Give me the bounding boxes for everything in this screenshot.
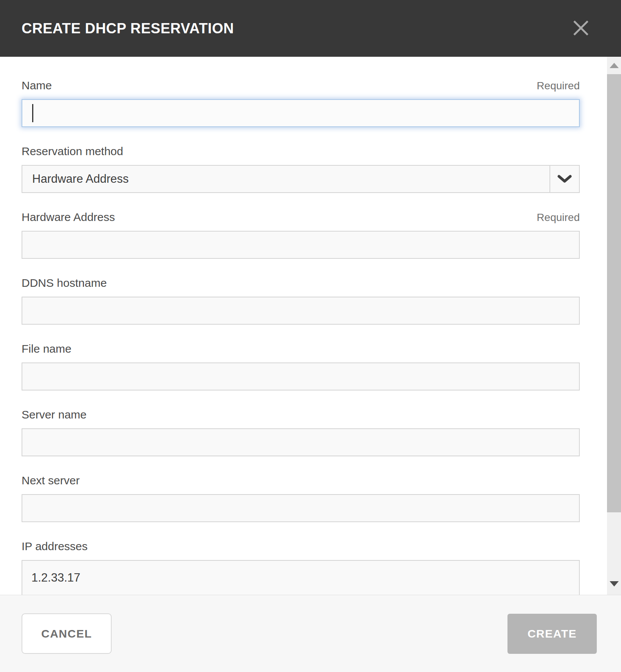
next-server-label: Next server bbox=[22, 473, 79, 488]
close-button[interactable] bbox=[570, 18, 591, 39]
reservation-method-select[interactable]: Hardware Address bbox=[22, 165, 580, 193]
hardware-address-label: Hardware Address bbox=[22, 210, 115, 225]
chevron-down-icon[interactable] bbox=[549, 166, 579, 192]
field-hardware-address: Hardware Address Required bbox=[22, 210, 580, 259]
vertical-scrollbar[interactable] bbox=[607, 57, 621, 595]
dialog-footer: CANCEL CREATE bbox=[0, 595, 621, 672]
file-name-label: File name bbox=[22, 341, 72, 356]
next-server-input[interactable] bbox=[22, 494, 580, 522]
scroll-down-button[interactable] bbox=[607, 575, 621, 593]
name-label: Name bbox=[22, 78, 52, 93]
scroll-up-arrow-icon bbox=[610, 63, 619, 68]
file-name-input[interactable] bbox=[22, 362, 580, 390]
label-row: IP addresses bbox=[22, 539, 580, 554]
hardware-address-required-tag: Required bbox=[537, 210, 580, 225]
reservation-method-value: Hardware Address bbox=[22, 166, 549, 192]
text-caret bbox=[32, 104, 33, 122]
dialog-header: CREATE DHCP RESERVATION bbox=[0, 0, 621, 57]
cancel-button[interactable]: CANCEL bbox=[22, 613, 112, 654]
label-row: DDNS hostname bbox=[22, 275, 580, 291]
label-row: Name Required bbox=[22, 78, 580, 93]
dialog-body: Name Required Reservation method Hardwar… bbox=[0, 57, 621, 595]
field-server-name: Server name bbox=[22, 407, 580, 456]
dialog-title: CREATE DHCP RESERVATION bbox=[22, 20, 234, 37]
label-row: Server name bbox=[22, 407, 580, 422]
label-row: Next server bbox=[22, 473, 580, 488]
ip-addresses-input[interactable] bbox=[22, 560, 580, 595]
close-icon bbox=[572, 19, 590, 38]
name-input[interactable] bbox=[22, 99, 580, 127]
field-name: Name Required bbox=[22, 78, 580, 127]
hardware-address-input[interactable] bbox=[22, 231, 580, 259]
field-reservation-method: Reservation method Hardware Address bbox=[22, 144, 580, 193]
ddns-hostname-label: DDNS hostname bbox=[22, 275, 107, 291]
scroll-down-arrow-icon bbox=[610, 581, 619, 586]
label-row: Hardware Address Required bbox=[22, 210, 580, 225]
field-ddns-hostname: DDNS hostname bbox=[22, 275, 580, 325]
create-button[interactable]: CREATE bbox=[507, 614, 597, 654]
label-row: File name bbox=[22, 341, 580, 356]
field-file-name: File name bbox=[22, 341, 580, 390]
ip-addresses-label: IP addresses bbox=[22, 539, 88, 554]
server-name-input[interactable] bbox=[22, 428, 580, 456]
name-input-wrap bbox=[22, 99, 580, 127]
name-required-tag: Required bbox=[537, 78, 580, 93]
create-dhcp-reservation-dialog: CREATE DHCP RESERVATION Name Required bbox=[0, 0, 621, 672]
field-next-server: Next server bbox=[22, 473, 580, 522]
ddns-hostname-input[interactable] bbox=[22, 297, 580, 325]
server-name-label: Server name bbox=[22, 407, 87, 422]
scroll-up-button[interactable] bbox=[607, 57, 621, 74]
field-ip-addresses: IP addresses bbox=[22, 539, 580, 595]
reservation-method-label: Reservation method bbox=[22, 144, 123, 159]
label-row: Reservation method bbox=[22, 144, 580, 159]
scrollbar-thumb[interactable] bbox=[607, 74, 621, 512]
